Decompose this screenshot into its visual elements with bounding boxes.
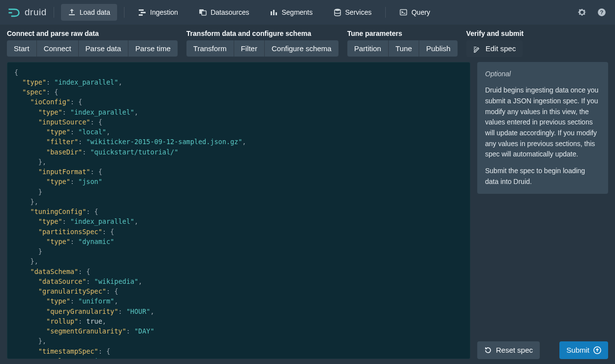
nav-query[interactable]: Query [393,4,437,21]
info-heading: Optional [485,70,511,78]
nav-load-data[interactable]: Load data [61,4,117,21]
wizard-group-tune: Tune parameters Partition Tune Publish [347,30,458,57]
top-bar: druid Load data Ingestion Datasources Se… [0,0,615,25]
nav-services[interactable]: Services [327,4,379,21]
step-transform[interactable]: Transform [186,40,234,57]
reset-icon [484,346,492,354]
nav-query-label: Query [411,8,430,16]
step-filter[interactable]: Filter [234,40,264,57]
edit-spec-icon [473,46,481,53]
step-partition[interactable]: Partition [347,40,388,57]
svg-rect-2 [139,14,143,16]
svg-rect-0 [139,9,144,11]
submit-button[interactable]: Submit [559,341,608,359]
reset-spec-button[interactable]: Reset spec [477,341,540,359]
nav-datasources-label: Datasources [211,8,249,16]
wizard-group-label: Tune parameters [347,30,458,37]
wizard-group-transform: Transform data and configure schema Tran… [186,30,338,57]
nav-services-label: Services [345,8,372,16]
wizard-nav: Connect and parse raw data Start Connect… [7,30,608,57]
svg-rect-7 [273,10,275,15]
settings-button[interactable] [576,6,588,19]
step-connect[interactable]: Connect [36,40,78,57]
svg-text:?: ? [600,9,604,15]
main-area: { "type": "index_parallel", "spec": { "i… [7,62,608,359]
step-configure-schema[interactable]: Configure schema [264,40,338,57]
nav-ingestion-label: Ingestion [150,8,178,16]
svg-rect-8 [276,12,277,15]
nav-datasources[interactable]: Datasources [192,4,256,21]
step-publish[interactable]: Publish [419,40,457,57]
side-actions: Reset spec Submit [477,341,608,359]
step-parse-data[interactable]: Parse data [78,40,128,57]
svg-point-9 [335,9,340,11]
nav-segments[interactable]: Segments [263,4,319,21]
druid-logo-icon [7,5,21,19]
step-edit-spec[interactable]: Edit spec [466,40,523,57]
step-start[interactable]: Start [7,40,36,57]
step-edit-spec-label: Edit spec [486,44,516,53]
submit-icon [593,346,601,354]
step-parse-time[interactable]: Parse time [128,40,178,57]
upload-icon [68,8,76,16]
svg-rect-1 [141,12,146,13]
info-card: Optional Druid begins ingesting data onc… [477,62,608,194]
wizard-group-submit: Verify and submit Edit spec [466,30,524,57]
side-panel: Optional Druid begins ingesting data onc… [477,62,608,359]
step-tune[interactable]: Tune [388,40,419,57]
wizard-group-label: Connect and parse raw data [7,30,178,37]
brand-logo[interactable]: druid [7,5,47,19]
wizard-group-connect: Connect and parse raw data Start Connect… [7,30,178,57]
segments-icon [270,8,277,16]
svg-rect-6 [271,11,272,15]
help-icon: ? [597,8,606,17]
separator [124,7,124,18]
console-icon [400,8,407,16]
gear-icon [578,8,586,17]
nav-ingestion[interactable]: Ingestion [131,4,185,21]
info-paragraph-1: Druid begins ingesting data once you sub… [485,85,600,160]
workspace: Connect and parse raw data Start Connect… [0,25,615,364]
nav-segments-label: Segments [281,8,312,16]
wizard-group-label: Transform data and configure schema [186,30,338,37]
multi-db-icon [199,8,207,16]
separator [385,7,386,18]
gantt-icon [138,8,146,16]
separator [54,7,54,18]
nav-load-data-label: Load data [80,8,110,16]
svg-rect-4 [202,11,206,15]
wizard-group-label: Verify and submit [466,30,524,37]
submit-label: Submit [566,346,589,354]
reset-spec-label: Reset spec [496,346,533,354]
database-icon [334,8,341,16]
help-button[interactable]: ? [595,6,608,19]
json-spec-editor[interactable]: { "type": "index_parallel", "spec": { "i… [7,62,470,359]
info-paragraph-2: Submit the spec to begin loading data in… [485,166,600,187]
brand-name: druid [25,7,47,18]
